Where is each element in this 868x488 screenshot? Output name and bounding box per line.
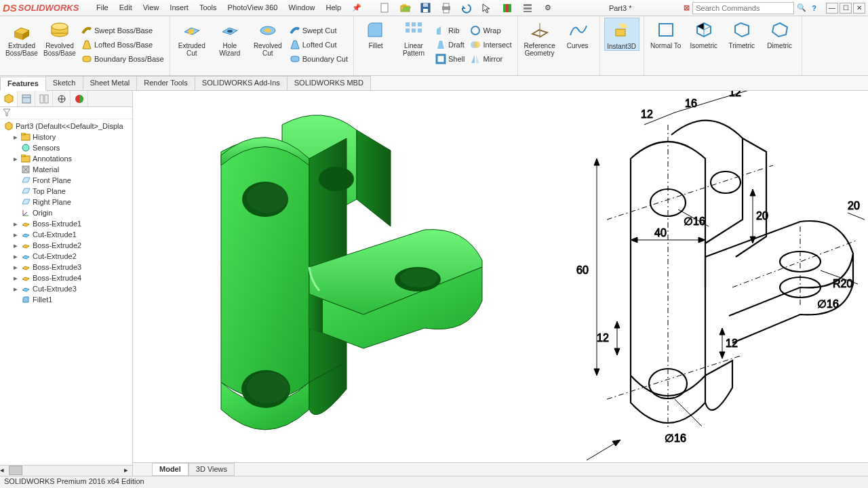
tab-sketch[interactable]: Sketch [45, 76, 83, 90]
draft-button[interactable]: Draft [434, 38, 466, 52]
graphics-area[interactable]: 60 40 ∅16 20 12 16 12 20 R20 ∅16 [133, 91, 868, 476]
minimize-button[interactable]: — [826, 3, 838, 14]
svg-line-81 [848, 213, 865, 220]
intersect-button[interactable]: Intersect [469, 38, 513, 52]
tab-render-tools[interactable]: Render Tools [136, 76, 195, 90]
tree-item-boss-extrude4[interactable]: ▸Boss-Extrude4 [0, 272, 132, 283]
mirror-button[interactable]: Mirror [469, 52, 513, 66]
expand-icon[interactable]: ▸ [12, 133, 19, 142]
intersect-icon [470, 39, 481, 50]
tree-item-right-plane[interactable]: Right Plane [0, 197, 132, 207]
tree-item-boss-extrude3[interactable]: ▸Boss-Extrude3 [0, 262, 132, 272]
tree-item-top-plane[interactable]: Top Plane [0, 186, 132, 197]
expand-icon[interactable]: ▸ [12, 274, 19, 283]
feature-manager-tab[interactable] [0, 91, 18, 106]
tree-item-cut-extrude2[interactable]: ▸Cut-Extrude2 [0, 251, 132, 262]
feature-tree[interactable]: Part3 (Default<<Default>_Displa ▸History… [0, 119, 132, 465]
tree-scrollbar[interactable]: ◂▸ [0, 465, 132, 476]
help-icon[interactable]: ? [809, 4, 819, 12]
plane-icon [21, 176, 31, 185]
menu-window[interactable]: Window [284, 2, 319, 14]
tab-features[interactable]: Features [0, 77, 46, 91]
boundary-boss-button[interactable]: Boundary Boss/Base [80, 52, 165, 66]
pin-icon[interactable]: 📌 [348, 2, 366, 14]
expand-icon[interactable]: ▸ [12, 252, 19, 261]
save-button[interactable] [417, 1, 435, 16]
menu-view[interactable]: View [139, 2, 163, 14]
tab-sheet-metal[interactable]: Sheet Metal [83, 76, 138, 90]
fillet-button[interactable]: Fillet [358, 18, 393, 49]
expand-icon[interactable]: ▸ [12, 230, 19, 239]
open-button[interactable] [397, 1, 414, 16]
tree-item-boss-extrude2[interactable]: ▸Boss-Extrude2 [0, 240, 132, 251]
display-manager-tab[interactable] [71, 91, 88, 106]
revolved-cut-button[interactable]: Revolved Cut [250, 18, 285, 57]
extruded-cut-button[interactable]: Extruded Cut [174, 18, 210, 57]
rebuild-button[interactable] [498, 1, 516, 16]
tree-item-cut-extrude3[interactable]: ▸Cut-Extrude3 [0, 283, 132, 294]
property-manager-tab[interactable] [18, 91, 35, 106]
expand-icon[interactable]: ▸ [12, 263, 19, 272]
search-icon[interactable]: 🔍 [797, 3, 806, 12]
tree-item-sensors[interactable]: Sensors [0, 142, 132, 153]
normal-to-button[interactable]: Normal To [648, 18, 684, 49]
expand-icon[interactable]: ▸ [12, 285, 19, 293]
tree-filter[interactable] [0, 107, 132, 119]
menu-file[interactable]: File [92, 2, 113, 14]
tree-root[interactable]: Part3 (Default<<Default>_Displa [0, 121, 132, 131]
extruded-boss-button[interactable]: Extruded Boss/Base [4, 18, 39, 57]
swept-cut-button[interactable]: Swept Cut [288, 24, 349, 37]
wrap-button[interactable]: Wrap [469, 24, 513, 37]
tree-item-front-plane[interactable]: Front Plane [0, 175, 132, 186]
lofted-cut-button[interactable]: Lofted Cut [288, 38, 349, 52]
view-tab-3dviews[interactable]: 3D Views [189, 463, 235, 476]
boundary-cut-button[interactable]: Boundary Cut [288, 52, 349, 66]
new-button[interactable] [376, 1, 394, 16]
linear-pattern-button[interactable]: Linear Pattern [396, 18, 431, 57]
menu-help[interactable]: Help [322, 2, 346, 14]
close-button[interactable]: ✕ [853, 3, 865, 14]
print-button[interactable] [437, 1, 455, 16]
options-button[interactable] [519, 1, 536, 16]
rib-button[interactable]: Rib [434, 24, 466, 37]
trimetric-button[interactable]: Trimetric [724, 18, 760, 49]
menu-insert[interactable]: Insert [165, 2, 193, 14]
configuration-manager-tab[interactable] [35, 91, 53, 106]
restore-button[interactable]: ☐ [840, 3, 852, 14]
shell-button[interactable]: Shell [434, 52, 466, 66]
svg-point-61 [247, 372, 289, 403]
tree-item-material-not-specified-[interactable]: Material [0, 164, 132, 175]
menu-edit[interactable]: Edit [115, 2, 136, 14]
tree-item-history[interactable]: ▸History [0, 131, 132, 142]
lofted-boss-button[interactable]: Lofted Boss/Base [80, 38, 165, 52]
expand-icon[interactable]: ▸ [12, 220, 19, 228]
reference-geometry-button[interactable]: Reference Geometry [522, 18, 557, 57]
tree-item-annotations[interactable]: ▸Annotations [0, 153, 132, 164]
swept-boss-button[interactable]: Swept Boss/Base [80, 24, 165, 37]
menu-photoview[interactable]: PhotoView 360 [224, 2, 282, 14]
tree-item-cut-extrude1[interactable]: ▸Cut-Extrude1 [0, 229, 132, 240]
menu-tools[interactable]: Tools [195, 2, 221, 14]
hole-wizard-button[interactable]: Hole Wizard [212, 18, 248, 57]
search-input[interactable] [692, 2, 794, 14]
expand-icon[interactable]: ▸ [12, 241, 19, 250]
view-tab-model[interactable]: Model [152, 463, 189, 476]
select-button[interactable] [478, 1, 496, 16]
svg-rect-23 [412, 22, 416, 26]
tab-addins[interactable]: SOLIDWORKS Add-Ins [195, 76, 288, 90]
isometric-button[interactable]: Isometric [686, 18, 722, 49]
undo-button[interactable] [458, 1, 475, 16]
dimxpert-manager-tab[interactable] [53, 91, 71, 106]
curves-button[interactable]: Curves [560, 18, 595, 49]
instant3d-button[interactable]: Instant3D [604, 18, 639, 51]
tree-item-boss-extrude1[interactable]: ▸Boss-Extrude1 [0, 218, 132, 229]
settings-button[interactable]: ⚙ [539, 1, 557, 16]
tree-item-fillet1[interactable]: Fillet1 [0, 294, 132, 305]
rib-icon [435, 25, 446, 36]
tab-mbd[interactable]: SOLIDWORKS MBD [287, 76, 371, 90]
dimetric-button[interactable]: Dimetric [762, 18, 797, 49]
expand-icon[interactable]: ▸ [12, 155, 19, 163]
tree-item-origin[interactable]: Origin [0, 207, 132, 218]
revolved-boss-button[interactable]: Revolved Boss/Base [42, 18, 77, 57]
dim-r20: R20 [833, 278, 852, 289]
